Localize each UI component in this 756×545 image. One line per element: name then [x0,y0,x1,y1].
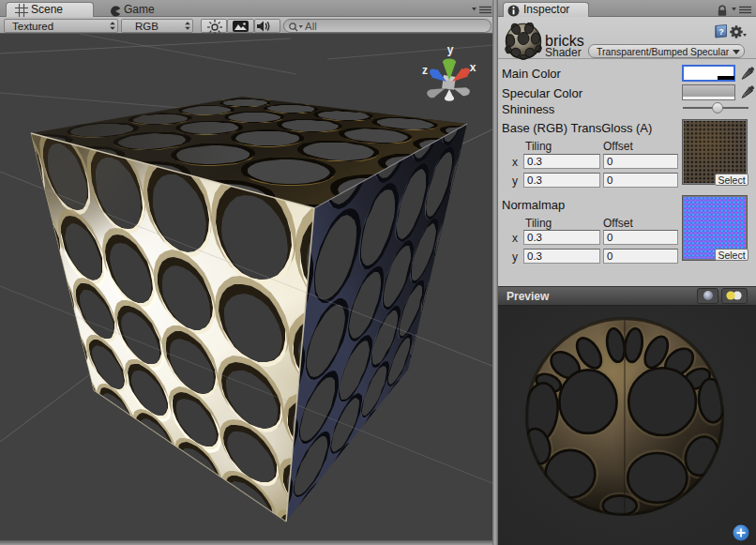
svg-text:z: z [422,64,428,77]
svg-text:x: x [470,61,476,74]
svg-text:?: ? [718,27,724,37]
svg-text:y: y [447,43,454,56]
